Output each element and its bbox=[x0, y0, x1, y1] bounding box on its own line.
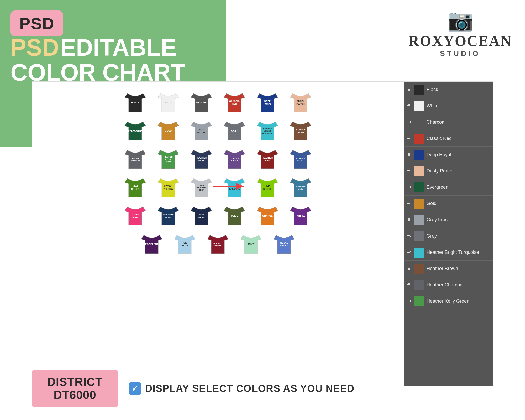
svg-text:LEMON: LEMON bbox=[164, 185, 173, 187]
svg-text:NEPTUNE: NEPTUNE bbox=[162, 213, 174, 216]
eye-icon[interactable]: 👁 bbox=[407, 201, 411, 206]
layer-item[interactable]: 👁 Heather Bright Turquoise bbox=[404, 244, 493, 261]
eye-icon[interactable]: 👁 bbox=[407, 136, 411, 141]
layer-name: Gold bbox=[427, 201, 490, 206]
svg-text:GREEN: GREEN bbox=[165, 161, 172, 162]
tshirt-item: NEPTUNEBLUE bbox=[153, 203, 184, 229]
tshirt-shape: NEONPINK bbox=[122, 203, 148, 229]
display-select-text: DISPLAY SELECT COLORS AS YOU NEED bbox=[145, 383, 354, 394]
tshirt-item: KIWIGREEN bbox=[119, 175, 151, 201]
svg-text:EGGPLANT: EGGPLANT bbox=[145, 243, 159, 245]
svg-text:OLIVE: OLIVE bbox=[231, 214, 238, 217]
eye-icon[interactable]: 👁 bbox=[407, 185, 411, 190]
eye-icon[interactable]: 👁 bbox=[407, 234, 411, 239]
tshirt-shape: HEATHERCARDINAL bbox=[205, 231, 231, 258]
eye-icon[interactable]: 👁 bbox=[407, 87, 411, 92]
layer-item[interactable]: 👁 Black bbox=[404, 82, 493, 98]
svg-text:MARITIME: MARITIME bbox=[296, 186, 305, 187]
layer-item[interactable]: 👁 White bbox=[404, 98, 493, 114]
svg-text:GREY: GREY bbox=[231, 129, 238, 132]
svg-text:HEATHER: HEATHER bbox=[131, 157, 139, 159]
district-badge: DISTRICT DT6000 bbox=[32, 370, 118, 407]
tshirt-shape: CLASSICRED bbox=[221, 90, 248, 116]
tshirt-shape: GOLD bbox=[155, 118, 181, 144]
tshirt-shape: HEATHERBRIGHTTURQUOISE bbox=[254, 118, 281, 144]
layer-thumbnail bbox=[414, 264, 424, 274]
tshirt-item: HEATHERPURPLE bbox=[219, 146, 250, 172]
layer-thumbnail bbox=[414, 117, 424, 127]
eye-icon[interactable]: 👁 bbox=[407, 283, 411, 287]
layer-name: Grey Frost bbox=[427, 217, 490, 223]
svg-text:CLASSIC: CLASSIC bbox=[229, 100, 240, 102]
svg-text:EVERGREEN: EVERGREEN bbox=[128, 129, 143, 132]
tshirt-shape: NEWNAVY bbox=[188, 203, 214, 229]
svg-text:BLUE: BLUE bbox=[298, 188, 303, 190]
layer-thumbnail bbox=[414, 280, 424, 290]
layer-name: Heather Bright Turquoise bbox=[427, 250, 490, 255]
tshirt-item: CLASSICRED bbox=[219, 90, 250, 116]
layer-item[interactable]: 👁 Grey bbox=[404, 228, 493, 244]
layer-thumbnail bbox=[414, 248, 424, 258]
tshirt-shape: ORANGE bbox=[254, 203, 281, 229]
tshirt-shape: GREYFROST bbox=[188, 118, 214, 144]
svg-text:HEATHER: HEATHER bbox=[213, 242, 222, 244]
svg-text:BLUE: BLUE bbox=[165, 216, 172, 219]
layer-item[interactable]: 👁 Dusty Peach bbox=[404, 163, 493, 179]
tshirt-item: GREY bbox=[219, 118, 250, 144]
eye-icon[interactable]: 👁 bbox=[407, 250, 411, 255]
bottom-bar: DISTRICT DT6000 ✓ DISPLAY SELECT COLORS … bbox=[32, 370, 494, 407]
svg-text:PURPLE: PURPLE bbox=[296, 214, 306, 217]
tshirt-row: EGGPLANT ICEBLUE HEATHERCARDINAL MINT RO… bbox=[37, 231, 399, 258]
svg-text:TURQUOISE: TURQUOISE bbox=[262, 132, 273, 134]
layer-item[interactable]: 👁 Evergreen bbox=[404, 179, 493, 196]
layers-panel: 👁 Black 👁 White 👁 Charcoal 👁 Classic Red… bbox=[404, 82, 493, 386]
svg-text:DUSTY: DUSTY bbox=[297, 100, 305, 102]
layer-thumbnail bbox=[414, 231, 424, 241]
eye-icon[interactable]: 👁 bbox=[407, 169, 411, 174]
layer-item[interactable]: 👁 Heather Kelly Green bbox=[404, 293, 493, 309]
tshirt-item: GREYFROST bbox=[186, 118, 217, 144]
eye-icon[interactable]: 👁 bbox=[407, 218, 411, 222]
layer-item[interactable]: 👁 Deep Royal bbox=[404, 147, 493, 163]
layer-name: Grey bbox=[427, 233, 490, 239]
layer-thumbnail bbox=[414, 134, 424, 144]
tshirt-shape: DEEPROYAL bbox=[254, 90, 281, 116]
tshirt-row: HEATHERCHARCOAL HEATHERKELLYGREEN HEATHE… bbox=[37, 146, 399, 172]
tshirt-shape: LEMONYELLOW bbox=[155, 175, 181, 201]
layer-item[interactable]: 👁 Heather Charcoal bbox=[404, 277, 493, 293]
tshirt-shape: EVERGREEN bbox=[122, 118, 148, 144]
tshirt-item: ORANGE bbox=[252, 203, 283, 229]
layer-item[interactable]: 👁 Charcoal bbox=[404, 114, 493, 130]
tshirt-item: PURPLE bbox=[285, 203, 316, 229]
eye-icon[interactable]: 👁 bbox=[407, 299, 411, 304]
eye-icon[interactable]: 👁 bbox=[407, 120, 411, 125]
tshirt-item: MARITIMEBLUE bbox=[285, 175, 316, 201]
model-name: DT6000 bbox=[47, 388, 103, 402]
svg-text:BRIGHT: BRIGHT bbox=[264, 130, 271, 132]
layer-item[interactable]: 👁 Gold bbox=[404, 196, 493, 212]
layer-item[interactable]: 👁 Heather Brown bbox=[404, 261, 493, 277]
tshirt-shape: GREY bbox=[221, 118, 248, 144]
eye-icon[interactable]: 👁 bbox=[407, 266, 411, 271]
tshirt-shape: MINT bbox=[238, 231, 264, 258]
tshirt-item: HEATHERROYAL bbox=[285, 146, 316, 172]
layer-item[interactable]: 👁 Grey Frost bbox=[404, 212, 493, 228]
eye-icon[interactable]: 👁 bbox=[407, 104, 411, 108]
main-panel: BLACK WHITE CHARCOAL CLASSICRED DEEPROYA… bbox=[32, 81, 494, 386]
logo-area: 📷 ROXYOCEAN STUDIO bbox=[408, 8, 512, 58]
svg-text:ROYAL: ROYAL bbox=[280, 242, 288, 244]
tshirt-shape: BLACK bbox=[122, 90, 148, 116]
svg-text:PINK: PINK bbox=[132, 216, 138, 219]
layer-thumbnail bbox=[414, 101, 424, 111]
layer-item[interactable]: 👁 Classic Red bbox=[404, 130, 493, 147]
tshirt-shape: DUSTYPEACH bbox=[287, 90, 314, 116]
tshirt-item: CHARCOAL bbox=[186, 90, 217, 116]
svg-text:CHARCOAL: CHARCOAL bbox=[195, 101, 208, 104]
eye-icon[interactable]: 👁 bbox=[407, 153, 411, 157]
svg-text:HEATHER: HEATHER bbox=[263, 128, 272, 129]
tshirt-item: LIGHTHEATHERGREY bbox=[186, 175, 217, 201]
svg-text:BLACK: BLACK bbox=[131, 101, 139, 104]
svg-text:WHITE: WHITE bbox=[165, 101, 172, 104]
title-editable: EDITABLE bbox=[60, 34, 177, 61]
checkmark: ✓ bbox=[132, 384, 138, 393]
